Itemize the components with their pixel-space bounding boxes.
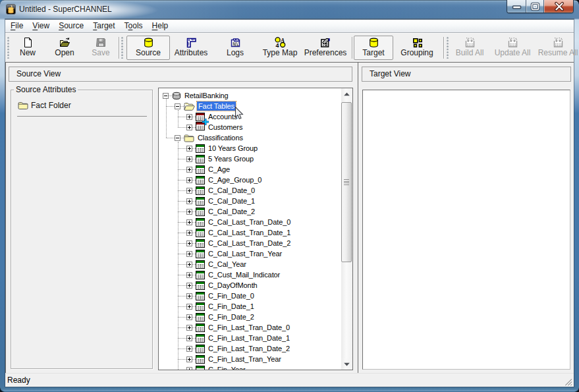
collapse-toggle-icon[interactable]	[163, 93, 169, 99]
tree-item-c-cal-last-tran-date-2[interactable]: C_Cal_Last_Tran_Date_2	[186, 238, 292, 248]
tree-item-c-fin-date-1[interactable]: C_Fin_Date_1	[186, 301, 256, 312]
preferences-button[interactable]: Preferences	[302, 36, 349, 60]
expand-toggle-icon[interactable]	[186, 325, 192, 331]
expand-toggle-icon[interactable]	[186, 346, 192, 352]
expand-toggle-icon[interactable]	[186, 283, 192, 289]
expand-toggle-icon[interactable]	[186, 114, 192, 120]
expand-toggle-icon[interactable]	[186, 146, 192, 152]
new-button[interactable]: New	[13, 36, 43, 60]
expand-toggle-icon[interactable]	[186, 188, 192, 194]
tree-item-10-years-group[interactable]: 10 Years Group	[186, 143, 259, 154]
classification-table-icon	[196, 186, 205, 195]
tree-item-c-fin-date-2[interactable]: C_Fin_Date_2	[186, 312, 256, 322]
tree-item-retailbanking[interactable]: RetailBanking	[163, 90, 230, 101]
resize-grip-icon[interactable]	[563, 377, 572, 386]
minimize-icon	[507, 0, 526, 13]
expand-toggle-icon[interactable]	[186, 335, 192, 341]
expand-toggle-icon[interactable]	[186, 293, 192, 299]
scrollbar-thumb[interactable]	[341, 102, 352, 262]
scroll-up-icon	[343, 92, 350, 97]
tree-item-label: C_Cal_Date_0	[207, 186, 256, 195]
expand-toggle-icon[interactable]	[186, 356, 192, 362]
tree-item-c-fin-year[interactable]: C_Fin_Year	[186, 364, 247, 370]
tree-item-c-fin-last-tran-date-1[interactable]: C_Fin_Last_Tran_Date_1	[186, 333, 291, 343]
tree-connector-line	[178, 285, 187, 286]
tree-item-customers[interactable]: Customers	[186, 122, 244, 132]
app-icon	[6, 4, 16, 14]
tree-item-5-years-group[interactable]: 5 Years Group	[186, 154, 255, 164]
tree-item-c-cal-date-2[interactable]: C_Cal_Date_2	[186, 206, 256, 217]
expand-toggle-icon[interactable]	[186, 125, 192, 130]
target-button[interactable]: Target	[354, 36, 393, 60]
expand-toggle-icon[interactable]	[186, 262, 192, 267]
tree-item-c-cal-year[interactable]: C_Cal_Year	[186, 259, 248, 269]
expand-toggle-icon[interactable]	[186, 240, 192, 246]
maximize-icon	[526, 0, 544, 13]
source-button[interactable]: Source	[126, 36, 170, 60]
expand-toggle-icon[interactable]	[186, 209, 192, 215]
tree-scrollbar[interactable]	[341, 88, 352, 370]
tree-item-c-cal-date-0[interactable]: C_Cal_Date_0	[186, 185, 256, 196]
tree-item-c-cal-last-tran-date-0[interactable]: C_Cal_Last_Tran_Date_0	[186, 217, 292, 227]
classification-table-icon	[196, 355, 205, 364]
mouse-cursor	[234, 106, 244, 122]
toolbar-drag-handle[interactable]	[121, 37, 123, 59]
classification-table-icon	[196, 281, 205, 290]
titlebar[interactable]: Untitled - SuperCHANNEL	[0, 0, 579, 19]
toolbar-drag-handle[interactable]	[7, 37, 9, 59]
toolbar-separator	[352, 37, 352, 59]
resume-all-icon	[553, 37, 564, 48]
type-map-button[interactable]: Type Map	[258, 36, 302, 60]
expand-toggle-icon[interactable]	[186, 272, 192, 278]
classification-table-icon	[196, 176, 205, 184]
open-button[interactable]: Open	[49, 36, 80, 60]
tree-item-c-fin-date-0[interactable]: C_Fin_Date_0	[186, 291, 256, 301]
tree-item-c-cust-mail-indicator[interactable]: C_Cust_Mail_Indicator	[186, 269, 281, 280]
toolbar-button-label: Build All	[451, 49, 489, 57]
grouping-button[interactable]: Grouping	[396, 36, 438, 60]
expand-toggle-icon[interactable]	[186, 177, 192, 183]
collapse-toggle-icon[interactable]	[175, 103, 180, 109]
tree-item-c-cal-last-tran-year[interactable]: C_Cal_Last_Tran_Year	[186, 248, 283, 259]
tree-item-c-fin-last-tran-year[interactable]: C_Fin_Last_Tran_Year	[186, 354, 283, 364]
tree-item-c-age[interactable]: C_Age	[186, 164, 231, 175]
maximize-button[interactable]	[526, 0, 543, 13]
close-button[interactable]	[543, 0, 573, 13]
tree-item-c-fin-last-tran-date-2[interactable]: C_Fin_Last_Tran_Date_2	[186, 343, 291, 354]
expand-toggle-icon[interactable]	[186, 219, 192, 225]
attribute-list-separator	[17, 116, 147, 117]
logs-button[interactable]: Logs	[212, 36, 258, 60]
expand-toggle-icon[interactable]	[186, 314, 192, 320]
toolbar-button-label: Attributes	[170, 49, 212, 57]
target-view-content	[362, 90, 570, 370]
tree-item-c-age-group-0[interactable]: C_Age_Group_0	[186, 175, 263, 185]
expand-toggle-icon[interactable]	[186, 230, 192, 236]
scrollbar-up-button[interactable]	[341, 88, 352, 99]
expand-toggle-icon[interactable]	[186, 367, 192, 370]
toolbar-button-label: Logs	[212, 49, 258, 57]
tree-item-classifications[interactable]: Classifications	[175, 132, 244, 143]
classification-table-icon	[196, 250, 205, 258]
expand-toggle-icon[interactable]	[186, 156, 192, 162]
attributes-button[interactable]: Attributes	[170, 36, 212, 60]
tree-item-c-cal-date-1[interactable]: C_Cal_Date_1	[186, 196, 256, 206]
tree-item-accounts[interactable]: Accounts	[186, 111, 238, 122]
expand-toggle-icon[interactable]	[186, 167, 192, 173]
scrollbar-down-button[interactable]	[341, 358, 352, 370]
expand-toggle-icon[interactable]	[186, 304, 192, 310]
tree-item-fact-tables[interactable]: Fact Tables	[175, 101, 236, 111]
client-area: FileViewSourceTargetToolsHelp NewOpenSav…	[5, 19, 574, 387]
expand-toggle-icon[interactable]	[186, 198, 192, 204]
tree-item-c-fin-last-tran-date-0[interactable]: C_Fin_Last_Tran_Date_0	[186, 322, 291, 333]
tree-connector-line	[178, 306, 187, 307]
collapse-toggle-icon[interactable]	[175, 135, 180, 141]
tree-connector-line	[178, 127, 187, 128]
classification-table-icon	[196, 323, 205, 332]
minimize-button[interactable]	[507, 0, 526, 13]
tree-connector-line	[178, 201, 187, 202]
toolbar-drag-handle[interactable]	[447, 37, 449, 59]
tree-item-c-cal-last-tran-date-1[interactable]: C_Cal_Last_Tran_Date_1	[186, 227, 292, 238]
tree-item-c-dayofmonth[interactable]: C_DayOfMonth	[186, 280, 259, 291]
fact-folder-item[interactable]: Fact Folder	[18, 100, 71, 111]
expand-toggle-icon[interactable]	[186, 251, 192, 257]
